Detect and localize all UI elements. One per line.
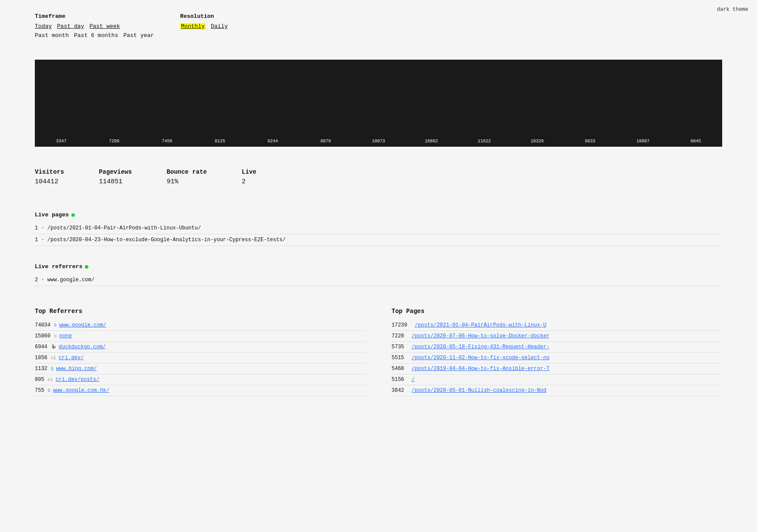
- live-pages-section: Live pages 1 · /posts/2021-01-04-Pair-Ai…: [0, 207, 757, 259]
- top-referrer-item-1: 15860⊙none: [35, 331, 366, 342]
- top-page-url-5[interactable]: /: [412, 377, 415, 383]
- timeframe-row2: Past month Past 6 months Past year: [35, 32, 154, 39]
- bar-label-3: 8125: [194, 139, 246, 144]
- top-referrer-url-5[interactable]: cri.dev/posts/: [56, 377, 100, 383]
- top-referrer-count-3: 1856: [35, 355, 47, 361]
- resolution-monthly[interactable]: Monthly: [180, 23, 206, 30]
- top-referrer-item-0: 74034Gwww.google.com/: [35, 320, 366, 331]
- top-referrer-item-5: 805cicri.dev/posts/: [35, 374, 366, 385]
- timeframe-label: Timeframe: [35, 13, 154, 20]
- top-referrer-icon-2: 🦆: [51, 344, 56, 350]
- live-referrer-url-0[interactable]: www.google.com/: [47, 277, 94, 283]
- timeframe-row1: Today Past day Past week: [35, 23, 154, 30]
- top-pages-col: Top Pages 17239 /posts/2021-01-04-PairAi…: [392, 308, 723, 396]
- top-page-url-4[interactable]: /posts/2019-04-04-How-to-fix-Ansible-err…: [412, 366, 550, 372]
- bar-label-11: 10887: [617, 139, 669, 144]
- top-referrer-count-1: 15860: [35, 333, 50, 339]
- bar-label-10: 9833: [564, 139, 616, 144]
- top-page-url-3[interactable]: /posts/2020-11-02-How-to-fix-xcode-selec…: [412, 355, 550, 361]
- timeframe-past-6-months[interactable]: Past 6 months: [74, 32, 118, 39]
- top-referrer-icon-4: Q: [51, 367, 54, 371]
- top-referrer-count-2: 6944: [35, 344, 47, 350]
- top-page-count-4: 5468: [392, 366, 404, 372]
- timeframe-past-year[interactable]: Past year: [123, 32, 154, 39]
- top-referrer-count-5: 805: [35, 377, 44, 383]
- top-referrer-icon-6: G: [48, 388, 50, 393]
- resolution-label: Resolution: [180, 13, 228, 20]
- timeframe-past-day[interactable]: Past day: [57, 23, 84, 30]
- bar-label-8: 11622: [458, 139, 510, 144]
- top-referrer-item-4: 1132Qwww.bing.com/: [35, 364, 366, 374]
- live-page-url-0[interactable]: /posts/2021-01-04-Pair-AirPods-with-Linu…: [47, 225, 201, 231]
- top-page-count-6: 3842: [392, 387, 404, 394]
- resolution-links: Monthly Daily: [180, 23, 228, 30]
- live-pages-dot: [71, 213, 75, 217]
- top-referrer-icon-5: ci: [48, 377, 53, 382]
- timeframe-today[interactable]: Today: [35, 23, 52, 30]
- top-referrer-count-0: 74034: [35, 322, 50, 328]
- top-page-count-0: 17239: [392, 322, 407, 328]
- bar-label-6: 10073: [353, 139, 404, 144]
- timeframe-past-month[interactable]: Past month: [35, 32, 69, 39]
- bar-label-5: 9879: [299, 139, 351, 144]
- stat-pageviews-value: 114851: [99, 178, 132, 185]
- live-page-count-1: 1: [35, 237, 38, 243]
- top-referrer-count-6: 755: [35, 387, 44, 394]
- top-referrer-count-4: 1132: [35, 366, 47, 372]
- top-referrer-url-4[interactable]: www.bing.com/: [56, 366, 97, 372]
- stats-section: Visitors 104412 Pageviews 114851 Bounce …: [0, 147, 757, 207]
- top-page-url-0[interactable]: /posts/2021-01-04-PairAirPods-with-Linux…: [415, 322, 546, 328]
- top-page-count-2: 5735: [392, 344, 404, 350]
- top-referrer-url-3[interactable]: cri.dev/: [59, 355, 84, 361]
- top-referrer-url-6[interactable]: www.google.com.hk/: [53, 387, 110, 394]
- top-referrer-icon-3: ci: [51, 356, 56, 360]
- top-page-item-6: 3842 /posts/2020-05-01-Nullish-coalescin…: [392, 385, 723, 396]
- top-referrer-icon-0: G: [54, 323, 57, 328]
- bar-label-7: 10802: [405, 139, 457, 144]
- top-page-count-5: 5156: [392, 377, 404, 383]
- live-page-url-1[interactable]: /posts/2020-04-23-How-to-exclude-Google-…: [47, 237, 286, 243]
- top-pages-list: 17239 /posts/2021-01-04-PairAirPods-with…: [392, 320, 723, 396]
- stat-live-value: 2: [242, 178, 256, 185]
- controls-panel: Timeframe Today Past day Past week Past …: [0, 0, 757, 51]
- live-referrers-title: Live referrers: [35, 263, 722, 270]
- top-page-url-2[interactable]: /posts/2020-05-18-Fixing-431-Request-Hea…: [412, 344, 550, 350]
- stat-bounce-rate-label: Bounce rate: [167, 168, 207, 175]
- bar-label-1: 7209: [88, 139, 140, 144]
- timeframe-past-week[interactable]: Past week: [89, 23, 120, 30]
- live-pages-title: Live pages: [35, 212, 722, 218]
- stat-bounce-rate-value: 91%: [167, 178, 207, 185]
- bar-label-12: 6045: [670, 139, 722, 144]
- stat-visitors-value: 104412: [35, 178, 64, 185]
- bar-label-0: 3347: [35, 139, 87, 144]
- dark-theme-toggle[interactable]: dark theme: [717, 7, 748, 13]
- tables-section: Top Referrers 74034Gwww.google.com/15860…: [0, 299, 757, 414]
- top-page-url-1[interactable]: /posts/2020-07-06-How-to-solve-Docker-do…: [412, 333, 550, 339]
- live-referrers-list: 2 · www.google.com/: [35, 274, 722, 286]
- top-pages-title: Top Pages: [392, 308, 723, 315]
- live-referrer-count-0: 2: [35, 277, 38, 283]
- top-page-item-3: 5515 /posts/2020-11-02-How-to-fix-xcode-…: [392, 353, 723, 364]
- top-referrer-url-1[interactable]: none: [59, 333, 72, 339]
- live-pages-list: 1 · /posts/2021-01-04-Pair-AirPods-with-…: [35, 222, 722, 246]
- top-page-item-2: 5735 /posts/2020-05-18-Fixing-431-Reques…: [392, 342, 723, 353]
- stat-pageviews-label: Pageviews: [99, 168, 132, 175]
- live-referrers-dot: [85, 265, 88, 269]
- bar-label-9: 10329: [511, 139, 563, 144]
- chart-container: 3347720974568125924498791007310802116221…: [0, 60, 757, 147]
- top-referrer-url-0[interactable]: www.google.com/: [59, 322, 106, 328]
- resolution-daily[interactable]: Daily: [211, 23, 228, 30]
- live-referrers-section: Live referrers 2 · www.google.com/: [0, 259, 757, 299]
- stat-visitors: Visitors 104412: [35, 168, 64, 185]
- top-referrers-title: Top Referrers: [35, 308, 366, 315]
- top-page-url-6[interactable]: /posts/2020-05-01-Nullish-coalescing-in-…: [412, 387, 547, 394]
- bar-label-2: 7456: [141, 139, 193, 144]
- stat-bounce-rate: Bounce rate 91%: [167, 168, 207, 185]
- top-referrers-list: 74034Gwww.google.com/15860⊙none6944🦆duck…: [35, 320, 366, 396]
- top-referrer-url-2[interactable]: duckduckgo.com/: [59, 344, 106, 350]
- top-referrer-item-3: 1856cicri.dev/: [35, 353, 366, 364]
- bar-label-4: 9244: [247, 139, 299, 144]
- stat-live-label: Live: [242, 168, 256, 175]
- live-page-item-0: 1 · /posts/2021-01-04-Pair-AirPods-with-…: [35, 222, 722, 234]
- live-referrer-item-0: 2 · www.google.com/: [35, 274, 722, 286]
